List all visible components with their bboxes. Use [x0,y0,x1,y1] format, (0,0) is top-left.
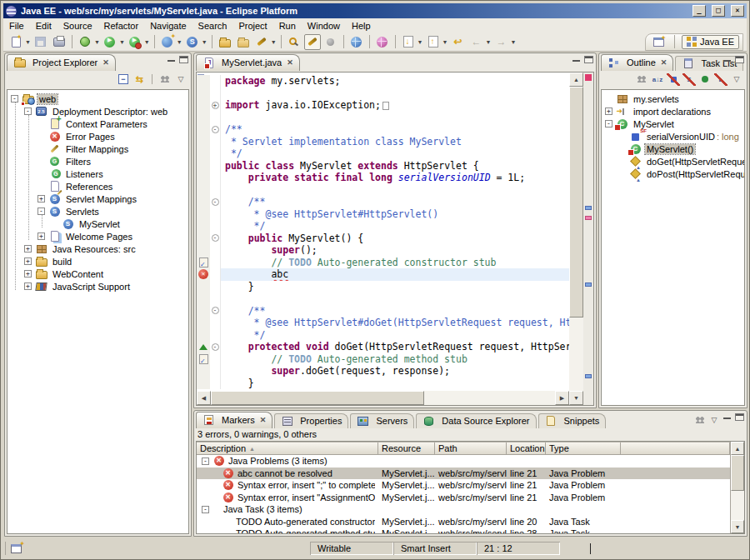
pe-item-deployment-descriptor-web[interactable]: -2.5Deployment Descriptor: web [8,105,188,118]
menu-navigate[interactable]: Navigate [144,19,192,32]
mark-occurrences-toggle[interactable] [304,34,321,50]
pe-item-servlets[interactable]: -SServlets [8,205,188,218]
hide-static-button[interactable]: S [682,73,696,86]
code-line-4[interactable] [197,112,569,124]
scroll-left-button[interactable]: ◀ [197,391,211,405]
code-line-17[interactable]: abc [197,268,569,281]
next-annotation-dropdown[interactable]: ▼ [418,39,423,45]
add-bookmark-button[interactable] [374,34,391,50]
new-servlet-dropdown[interactable]: ▼ [202,39,208,45]
close-icon[interactable]: ✕ [260,416,267,424]
minimize-view-button[interactable] [167,56,176,63]
forward-button[interactable]: → [492,34,509,50]
code-line-26[interactable]: } [197,378,569,390]
code-line-24[interactable]: // TODO Auto-generated method stub [197,353,569,366]
outline-menu-dots-button[interactable] [635,73,648,86]
open-perspective-button[interactable] [650,34,667,50]
hscroll-thumb[interactable] [211,391,424,405]
expand-icon[interactable]: + [605,108,612,115]
bottom-view-menu-button[interactable]: ▽ [709,413,719,426]
open-browser-button[interactable] [348,34,365,50]
pe-item-build[interactable]: +build [8,255,188,268]
scroll-right-button[interactable]: ▶ [555,391,569,405]
pe-item-error-pages[interactable]: Error Pages [8,130,188,142]
code-line-3[interactable]: +import java.io.IOException; [197,99,569,112]
bottom-menu-dots-button[interactable] [694,413,706,426]
title-bar[interactable]: Java EE - web/src/my/servlets/MyServlet.… [3,3,747,18]
close-icon[interactable]: ✕ [102,58,109,67]
import-button[interactable] [217,34,233,50]
outline-item-myservlet[interactable]: -CMyServlet [602,118,744,130]
expand-icon[interactable]: + [24,258,32,265]
prev-annotation-button[interactable] [425,34,442,50]
fold-collapse-icon[interactable]: - [212,234,219,242]
debug-dropdown[interactable]: ▼ [94,39,100,45]
outline-item-import-declarations[interactable]: +import declarations [602,105,744,118]
fold-collapse-icon[interactable]: - [212,126,219,133]
code-line-16[interactable]: // TODO Auto-generated constructor stub [197,257,569,269]
pe-item-filters[interactable]: GFilters [8,155,188,168]
brush-dropdown[interactable]: ▼ [271,39,277,45]
collapse-icon[interactable]: - [202,506,209,513]
marker-group-row[interactable]: -Java Problems (3 items) [197,455,730,468]
print-button[interactable] [51,34,68,50]
debug-button[interactable] [77,34,93,50]
vscroll-thumb[interactable] [569,87,583,318]
new-wizard-button[interactable] [8,34,24,50]
external-tools-dropdown[interactable]: ▼ [144,39,150,45]
tab-snippets[interactable]: Snippets [538,413,607,428]
vertical-scrollbar[interactable]: ▲ ▼ [569,72,583,405]
menu-source[interactable]: Source [58,19,98,32]
column-header-path[interactable]: Path [435,442,507,454]
task-marker[interactable] [585,282,592,287]
scroll-down-button[interactable]: ▼ [731,520,744,533]
brush-button[interactable] [253,34,270,50]
maximize-editor-button[interactable] [584,56,593,63]
pe-item-welcome-pages[interactable]: +Welcome Pages [8,230,188,242]
expand-icon[interactable]: + [24,245,32,252]
pe-item-java-resources-src[interactable]: +Java Resources: src [8,242,188,255]
outline-item-myservlet[interactable]: CMyServlet() [602,142,744,155]
marker-row[interactable]: Syntax error, insert ";" to complete Sta… [197,479,730,492]
export-button[interactable] [235,34,252,50]
code-line-20[interactable]: - /** [197,305,569,318]
view-menu-button[interactable]: ▽ [730,73,743,86]
search-button[interactable] [286,34,302,50]
task-marker-icon[interactable] [199,354,208,364]
code-line-2[interactable] [197,88,569,100]
external-tools-button[interactable] [127,34,143,50]
pe-item-web[interactable]: -web [8,92,188,105]
run-button[interactable] [102,34,118,50]
minimize-view-button[interactable] [722,56,732,63]
forward-dropdown[interactable]: ▼ [510,39,516,45]
expand-icon[interactable]: + [24,282,32,290]
new-dropdown[interactable]: ▼ [25,39,31,45]
run-dropdown[interactable]: ▼ [119,39,125,45]
close-icon[interactable]: ✕ [661,58,668,67]
expand-icon[interactable]: + [38,232,45,240]
fast-view-icon[interactable] [11,544,22,553]
marker-group-row[interactable]: -Java Task (3 items) [197,503,730,516]
tab-data-source-explorer[interactable]: Data Source Explorer [416,413,536,428]
code-line-18[interactable]: } [197,281,569,293]
view-menu-button[interactable]: ▽ [174,73,188,86]
menu-search[interactable]: Search [192,19,233,32]
task-marker[interactable] [585,206,592,210]
tab-markers[interactable]: Markers✕ [196,412,272,428]
outline-item-dopost-httpservletreque[interactable]: doPost(HttpServletReque [602,168,744,180]
pe-item-filter-mappings[interactable]: Filter Mappings [8,142,188,155]
code-line-23[interactable]: - protected void doGet(HttpServletReques… [197,341,569,353]
collapse-icon[interactable]: - [202,458,209,465]
pe-item-references[interactable]: References [8,180,188,192]
menu-file[interactable]: File [3,19,30,32]
overview-ruler[interactable] [583,72,593,405]
scroll-up-button[interactable]: ▲ [569,72,583,87]
fold-collapse-icon[interactable]: - [212,343,219,351]
code-line-10[interactable] [197,184,569,197]
save-button[interactable] [32,34,49,50]
vscroll-thumb[interactable] [731,455,744,491]
maximize-view-button[interactable] [735,56,744,63]
column-header-type[interactable]: Type [546,442,621,454]
outline-item-serialversionuid[interactable]: serialVersionUID : long [602,130,744,142]
minimize-button[interactable]: _ [692,5,706,17]
